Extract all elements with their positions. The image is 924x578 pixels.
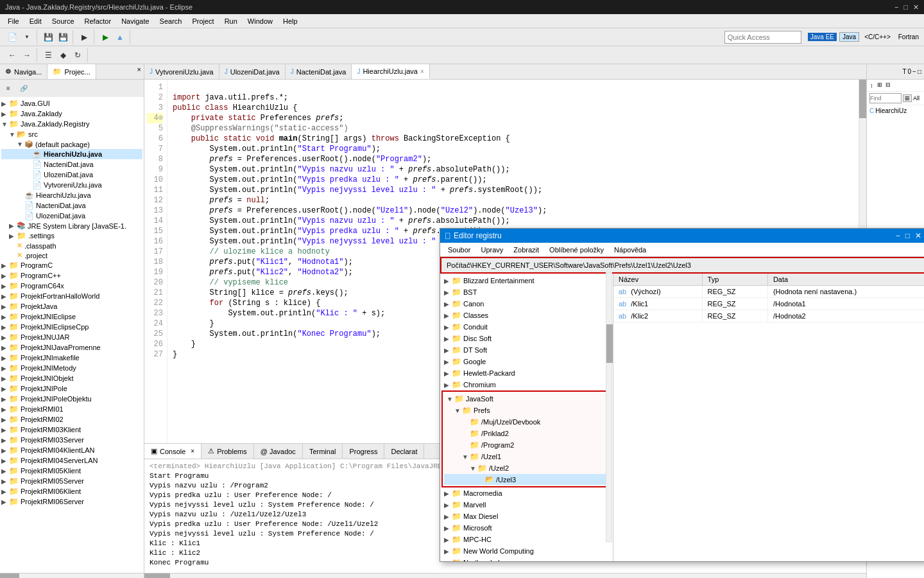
tree-item-registry[interactable]: ▼ 📁 Java.Zaklady.Registry — [1, 119, 142, 129]
tree-item-ulozeni[interactable]: 📄 UlozeniDat.java — [1, 170, 142, 180]
reg-value-row-klic2[interactable]: ab /Klic2 REG_SZ /Hodnota2 — [613, 310, 924, 322]
menu-refactor[interactable]: Refactor — [80, 16, 117, 26]
tab-progress[interactable]: Progress — [343, 444, 384, 459]
minimize-outline[interactable]: − — [912, 68, 916, 75]
reg-item-muj[interactable]: 📁 /Muj/Uzel/Devbook — [444, 416, 609, 428]
perspective-java[interactable]: Java — [839, 32, 859, 42]
tree-item-project[interactable]: ✕ .project — [1, 250, 142, 260]
new-button[interactable]: 📄 — [5, 30, 19, 44]
tree-item-programc64[interactable]: ▶ 📁 ProgramC64x — [1, 281, 142, 291]
menu-run[interactable]: Run — [219, 16, 243, 26]
reg-item-google[interactable]: ▶ 📁 Google — [441, 356, 612, 367]
tree-item-jnujar[interactable]: ▶ 📁 ProjektJNUJAR — [1, 332, 142, 342]
perspective-java-ee[interactable]: Java EE — [808, 33, 837, 41]
outline-sort-btn[interactable]: ↕ — [868, 81, 875, 90]
tree-item-jnimetody[interactable]: ▶ 📁 ProjektJNIMetody — [1, 363, 142, 373]
reg-item-mpchc[interactable]: ▶ 📁 MPC-HC — [441, 534, 612, 545]
reg-menu-soubor[interactable]: Soubor — [443, 245, 475, 255]
menu-source[interactable]: Source — [47, 16, 80, 26]
forward-button[interactable]: → — [20, 48, 34, 62]
tree-item-classpath[interactable]: ✕ .classpath — [1, 241, 142, 250]
tab-terminal[interactable]: Terminal — [303, 444, 343, 459]
minimize-button[interactable]: − — [894, 3, 898, 12]
tree-item-jnieclipse[interactable]: ▶ 📁 ProjektJNIEclipse — [1, 311, 142, 322]
quick-access-input[interactable] — [724, 31, 801, 44]
reg-close-btn[interactable]: ✕ — [915, 231, 921, 240]
run-button[interactable]: ▶ — [98, 30, 112, 44]
reg-menu-oblibene[interactable]: Oblíbené položky — [544, 245, 609, 255]
reg-item-hp[interactable]: ▶ 📁 Hewlett-Packard — [441, 367, 612, 379]
reg-item-macromedia[interactable]: ▶ 📁 Macromedia — [441, 487, 612, 499]
tab-close-button[interactable]: × — [420, 68, 424, 75]
tree-item-settings[interactable]: ▶ 📁 .settings — [1, 231, 142, 241]
reg-maximize-btn[interactable]: □ — [905, 231, 910, 240]
registry-window-controls[interactable]: − □ ✕ — [896, 231, 921, 240]
tree-item-rmi03k[interactable]: ▶ 📁 ProjektRMI03Klient — [1, 425, 142, 435]
close-button[interactable]: ✕ — [913, 3, 919, 12]
tree-item-hiearchi[interactable]: ☕ HiearchiUzlu.java — [1, 149, 142, 159]
menu-help[interactable]: Help — [278, 16, 303, 26]
tree-item-jnieclipsecpp[interactable]: ▶ 📁 ProjektJNIEclipseCpp — [1, 322, 142, 332]
tree-item-rmi04slan[interactable]: ▶ 📁 ProjektRMI04ServerLAN — [1, 455, 142, 466]
tree-item-rmi01[interactable]: ▶ 📁 ProjektRMI01 — [1, 404, 142, 414]
tree-item-jnijava[interactable]: ▶ 📁 ProjektJNIJavaPromenne — [1, 342, 142, 353]
reg-value-row-klic1[interactable]: ab /Klic1 REG_SZ /Hodnota1 — [613, 298, 924, 310]
maximize-outline[interactable]: □ — [918, 68, 921, 75]
tree-item-jnimake[interactable]: ▶ 📁 ProjektJNImakefile — [1, 353, 142, 363]
tree-item-jnipole[interactable]: ▶ 📁 ProjektJNIPole — [1, 383, 142, 394]
panel-control-btn2[interactable]: 0 — [908, 68, 912, 75]
menu-navigate[interactable]: Navigate — [116, 16, 154, 26]
reg-item-program2[interactable]: 📁 /Program2 — [444, 439, 609, 451]
tree-item-jniobjekt[interactable]: ▶ 📁 ProjektJNIObjekt — [1, 373, 142, 383]
tree-item-rmi06s[interactable]: ▶ 📁 ProjektRMI06Server — [1, 496, 142, 507]
reg-menu-zobrazit[interactable]: Zobrazit — [508, 245, 544, 255]
tree-item-nacteni[interactable]: 📄 NacteniDat.java — [1, 159, 142, 170]
outline-collapse-btn[interactable]: ⊟ — [884, 81, 892, 90]
tree-item-rmi02[interactable]: ▶ 📁 ProjektRMI02 — [1, 414, 142, 425]
panel-control-btn[interactable]: T — [902, 68, 906, 75]
tree-item-rmi05k[interactable]: ▶ 📁 ProjektRMI05Klient — [1, 466, 142, 476]
toolbar-btn4[interactable]: ↻ — [71, 48, 85, 62]
tree-item-java-gui[interactable]: ▶ 📁 Java.GUI — [1, 98, 142, 109]
reg-item-newworld[interactable]: ▶ 📁 New World Computing — [441, 545, 612, 557]
save-button[interactable]: 💾 — [41, 30, 55, 44]
save-all-button[interactable]: 💾 — [56, 30, 70, 44]
reg-value-row-default[interactable]: ab (Výchozí) REG_SZ (Hodnota není nastav… — [613, 286, 924, 298]
tab-ulozeni[interactable]: J UlozeniDat.java — [219, 64, 286, 79]
reg-item-chromium[interactable]: ▶ 📁 Chromium — [441, 379, 612, 390]
close-console[interactable]: × — [191, 448, 194, 455]
tab-declarations[interactable]: Declarat — [384, 444, 424, 459]
reg-item-bst[interactable]: ▶ 📁 BST — [441, 286, 612, 298]
perspective-fortran[interactable]: Fortran — [896, 33, 921, 41]
tab-navigate[interactable]: ☸ Naviga... — [0, 64, 47, 79]
reg-item-disc[interactable]: ▶ 📁 Disc Soft — [441, 333, 612, 344]
tree-item-rmi04klan[interactable]: ▶ 📁 ProjektRMI04KlientLAN — [1, 445, 142, 455]
menu-file[interactable]: File — [3, 16, 24, 26]
tab-nacteni[interactable]: J NacteniDat.java — [286, 64, 352, 79]
window-controls[interactable]: − □ ✕ — [894, 3, 919, 12]
reg-item-canon[interactable]: ▶ 📁 Canon — [441, 298, 612, 310]
tree-scrollbar[interactable] — [0, 573, 144, 578]
console-hscrollbar[interactable] — [144, 573, 866, 578]
outline-filter-btn[interactable]: ⊞ — [876, 81, 884, 90]
tree-item-rmi05s[interactable]: ▶ 📁 ProjektRMI05Server — [1, 476, 142, 486]
reg-item-dt[interactable]: ▶ 📁 DT Soft — [441, 344, 612, 356]
tab-hiearchi[interactable]: J HiearchiUzlu.java × — [352, 64, 429, 79]
reg-item-prefs[interactable]: ▼ 📁 Prefs — [444, 405, 609, 416]
tab-console[interactable]: ▣ Console × — [144, 444, 201, 459]
reg-item-javasoft[interactable]: ▼ 📁 JavaSoft — [444, 393, 609, 405]
find-button[interactable]: ⊞ — [903, 94, 912, 102]
tree-item-projektjava[interactable]: ▶ 📁 ProjektJava — [1, 301, 142, 311]
toolbar-btn3[interactable]: ◆ — [56, 48, 70, 62]
reg-item-classes[interactable]: ▶ 📁 Classes — [441, 310, 612, 321]
tab-javadoc[interactable]: @ Javadoc — [254, 444, 303, 459]
tab-vytvoreni[interactable]: J VytvoreniUzlu.java — [144, 64, 219, 79]
maximize-button[interactable]: □ — [903, 3, 908, 12]
tree-item-java-zaklady[interactable]: ▶ 📁 Java.Zaklady — [1, 109, 142, 119]
build-button[interactable]: ▶ — [77, 30, 91, 44]
tree-item-programc[interactable]: ▶ 📁 ProgramC — [1, 260, 142, 270]
debug-button[interactable]: ▲ — [113, 30, 127, 44]
reg-item-marvell[interactable]: ▶ 📁 Marvell — [441, 499, 612, 511]
reg-item-blizzard[interactable]: ▶ 📁 Blizzard Entertainment — [441, 275, 612, 286]
close-panel-button[interactable]: × — [135, 64, 144, 79]
